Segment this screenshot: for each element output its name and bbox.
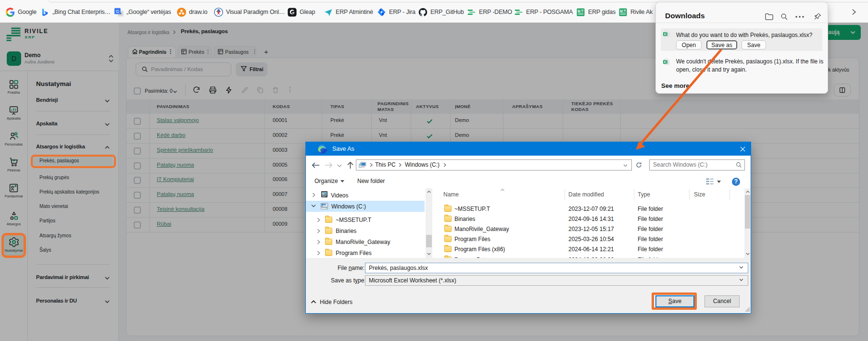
svg-text:G: G (116, 9, 119, 13)
